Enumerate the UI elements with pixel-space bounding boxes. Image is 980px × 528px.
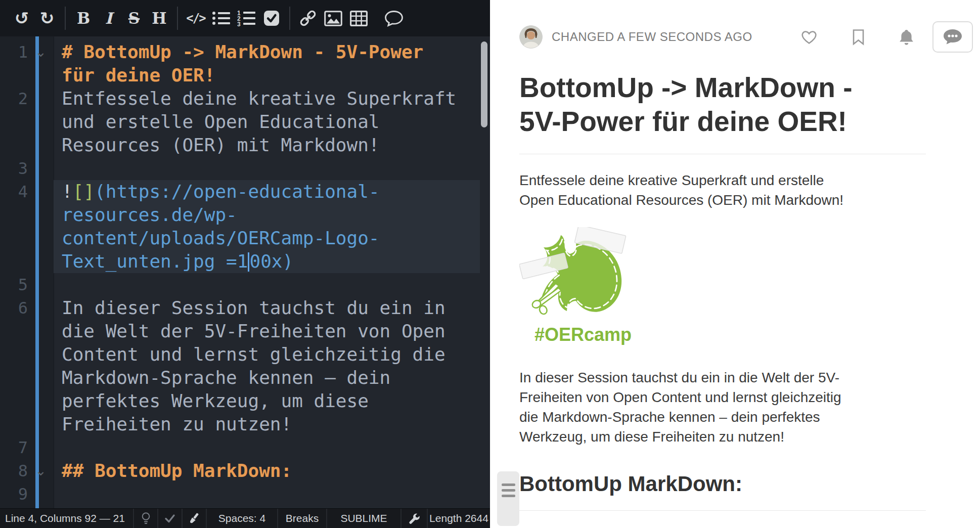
author-avatar[interactable] [519, 25, 543, 49]
line-number [0, 64, 28, 87]
oercamp-logo-text: #OERcamp [534, 324, 926, 345]
editor-line-row: 5 [0, 273, 490, 296]
line-number [0, 227, 28, 250]
editor-line-row: Freiheiten zu nutzen! [0, 413, 490, 436]
svg-text:3: 3 [237, 21, 241, 26]
line-number: 9 [0, 482, 28, 506]
editor-line-row: Content und lernst gleichzeitig die [0, 343, 490, 366]
toolbar-group: BISH [65, 7, 177, 30]
preview-header: CHANGED A FEW SECONDS AGO [490, 0, 980, 53]
image-icon[interactable] [322, 7, 345, 30]
editor-toolbar: ↺↻BISH</>123 [0, 0, 490, 37]
bold-icon[interactable]: B [72, 7, 95, 30]
table-icon[interactable] [347, 7, 370, 30]
line-number: 6 [0, 296, 28, 320]
line-number [0, 389, 28, 413]
undo-icon[interactable]: ↺ [10, 7, 33, 30]
heading-icon[interactable]: H [148, 7, 171, 30]
brush-icon[interactable] [182, 509, 206, 528]
bookmark-icon[interactable] [852, 29, 865, 46]
markdown-editor[interactable]: 1⌄# BottomUp -> MarkDown - 5V-Powerfür d… [0, 36, 490, 509]
lightbulb-icon[interactable] [133, 509, 157, 528]
editor-line-row: 9 [0, 482, 490, 506]
comment-panel-button[interactable] [932, 21, 973, 53]
code-icon[interactable]: </> [184, 7, 207, 30]
editor-line-row: Text_unten.jpg =100x) [0, 250, 490, 273]
line-number: 8 [0, 459, 28, 482]
editor-line-row: Markdown-Sprache kennen – dein [0, 366, 490, 389]
editor-line-row: 6In dieser Session tauchst du ein in [0, 296, 490, 320]
line-number [0, 343, 28, 366]
editor-line-row: 1⌄# BottomUp -> MarkDown - 5V-Power [0, 40, 490, 64]
line-number [0, 413, 28, 436]
line-number [0, 110, 28, 134]
line-number: 1 [0, 40, 28, 64]
line-number [0, 134, 28, 157]
line-number: 5 [0, 273, 28, 296]
editor-line-row: Resources (OER) mit Markdown! [0, 134, 490, 157]
editor-line-row: 4![](https://open-educational- [0, 180, 490, 203]
unordered-list-icon[interactable] [209, 7, 233, 30]
line-number: 2 [0, 87, 28, 110]
keymap-setting[interactable]: SUBLIME [326, 509, 400, 528]
fold-chevron-icon[interactable]: ⌄ [28, 459, 54, 482]
doc-length: Length 2644 [427, 509, 490, 528]
line-number: 7 [0, 436, 28, 459]
strikethrough-icon[interactable]: S [122, 7, 146, 30]
comment-icon[interactable] [382, 7, 406, 30]
fold-chevron-icon[interactable]: ⌄ [28, 40, 54, 64]
editor-line-row: resources.de/wp- [0, 203, 490, 227]
editor-line-row: 2Entfessele deine kreative Superkraft [0, 87, 490, 110]
editor-line-row: content/uploads/OERCamp-Logo- [0, 227, 490, 250]
oercamp-logo-image: #OERcamp [519, 227, 926, 345]
cursor-position: Line 4, Columns 92 — 21 [0, 509, 133, 528]
preview-paragraph-2: In dieser Session tauchst du ein in die … [519, 368, 926, 447]
preview-pane: CHANGED A FEW SECONDS AGO [490, 0, 980, 528]
editor-line-row: und erstelle Open Educational [0, 110, 490, 134]
hamburger-icon [502, 483, 515, 486]
line-number: 3 [0, 157, 28, 180]
editor-lines: 1⌄# BottomUp -> MarkDown - 5V-Powerfür d… [0, 36, 490, 509]
italic-icon[interactable]: I [97, 7, 120, 30]
hackmd-split-view: ↺↻BISH</>123 1⌄# BottomUp -> MarkDown - … [0, 0, 980, 528]
linebreak-setting[interactable]: Breaks [277, 509, 326, 528]
preview-subtitle: BottomUp MarkDown: [519, 472, 926, 511]
link-icon[interactable] [296, 7, 320, 30]
preview-title: BottomUp -> MarkDown -5V-Power für deine… [519, 71, 926, 154]
toolbar-group: </>123 [177, 7, 289, 30]
toc-toggle-handle[interactable] [497, 471, 519, 526]
bell-icon[interactable] [899, 29, 914, 46]
indent-setting[interactable]: Spaces: 4 [206, 509, 277, 528]
editor-line-row: für deine OER! [0, 64, 490, 87]
editor-pane: ↺↻BISH</>123 1⌄# BottomUp -> MarkDown - … [0, 0, 490, 528]
toolbar-group: ↺↻ [4, 7, 65, 30]
markdown-preview: BottomUp -> MarkDown -5V-Power für deine… [490, 71, 980, 511]
check-icon[interactable] [157, 509, 182, 528]
preview-paragraph-1: Entfessele deine kreative Superkraft und… [519, 170, 926, 210]
editor-line-row: 8⌄## BottomUp MarkDown: [0, 459, 490, 482]
line-number [0, 366, 28, 389]
editor-line-row: perfektes Werkzeug, um diese [0, 389, 490, 413]
line-number: 4 [0, 180, 28, 203]
redo-icon[interactable]: ↻ [35, 7, 59, 30]
line-number [0, 250, 28, 273]
last-changed-label: CHANGED A FEW SECONDS AGO [552, 30, 752, 44]
editor-line-row: 7 [0, 436, 490, 459]
editor-statusbar: Line 4, Columns 92 — 21Spaces: 4BreaksSU… [0, 508, 490, 528]
editor-line-row: die Welt der 5V-Freiheiten von Open [0, 320, 490, 343]
editor-line-row: 3 [0, 157, 490, 180]
heart-icon[interactable] [800, 29, 818, 45]
line-number [0, 320, 28, 343]
toolbar-group [289, 7, 412, 30]
line-number [0, 203, 28, 227]
editor-scrollbar[interactable] [481, 41, 487, 127]
wrench-icon[interactable] [400, 509, 427, 528]
ordered-list-icon[interactable]: 123 [235, 7, 258, 30]
task-list-icon[interactable] [260, 7, 283, 30]
